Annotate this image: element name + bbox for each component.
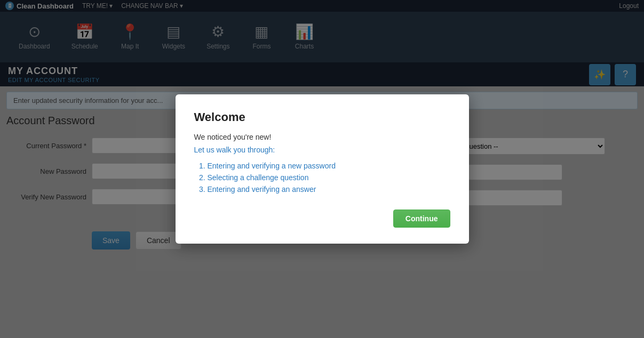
- modal-steps-list: Entering and verifying a new password Se…: [194, 162, 450, 194]
- modal-intro: Let us walk you through:: [194, 146, 450, 154]
- modal-title: Welcome: [194, 110, 450, 124]
- modal-step-2: Selecting a challenge question: [208, 173, 450, 182]
- modal-step-1: Entering and verifying a new password: [208, 162, 450, 170]
- modal-notice: We noticed you're new!: [194, 133, 450, 141]
- welcome-modal: Welcome We noticed you're new! Let us wa…: [176, 94, 469, 244]
- modal-footer: Continue: [194, 210, 450, 228]
- modal-step-3: Entering and verifying an answer: [208, 185, 450, 194]
- modal-overlay: Welcome We noticed you're new! Let us wa…: [0, 0, 644, 338]
- continue-button[interactable]: Continue: [393, 210, 450, 228]
